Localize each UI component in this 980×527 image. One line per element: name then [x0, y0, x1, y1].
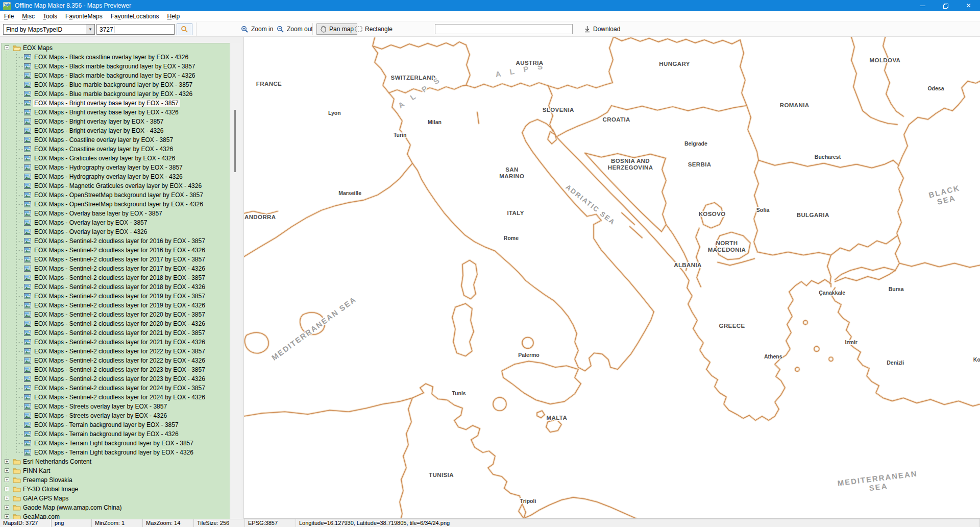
tree-item[interactable]: EOX Maps - Sentinel-2 cloudless layer fo… [2, 338, 230, 347]
tree-item[interactable]: EOX Maps - Blue marble background layer … [2, 80, 230, 89]
map-layer-icon [24, 109, 31, 115]
tree-item-label: EOX Maps - Bright overlay layer by EOX -… [33, 127, 164, 134]
tree-item[interactable]: EOX Maps - Sentinel-2 cloudless layer fo… [2, 264, 230, 273]
menu-item-tools[interactable]: Tools [39, 12, 61, 21]
tree-item[interactable]: EOX Maps - Streets overlay layer by EOX … [2, 411, 230, 420]
tree-connector [16, 149, 23, 150]
tree-item[interactable]: EOX Maps - Terrain Light background laye… [2, 448, 230, 457]
tree-folder[interactable]: + Gaode Map (www.amap.com China) [2, 503, 230, 512]
map-label-marseille: Marseille [338, 190, 361, 196]
tree-item[interactable]: EOX Maps - Overlay layer by EOX - 4326 [2, 227, 230, 236]
tree-item[interactable]: EOX Maps - Sentinel-2 cloudless layer fo… [2, 292, 230, 301]
folder-icon [13, 486, 21, 492]
tree-folder[interactable]: + GeaMap.com [2, 512, 230, 519]
tree-item[interactable]: EOX Maps - Sentinel-2 cloudless layer fo… [2, 310, 230, 319]
map-layer-icon [24, 201, 31, 207]
menu-item-help[interactable]: Help [163, 12, 184, 21]
tree-item[interactable]: EOX Maps - Sentinel-2 cloudless layer fo… [2, 347, 230, 356]
map-layer-icon [24, 266, 31, 272]
toolbar-separator [312, 23, 313, 35]
tree-item-label: EOX Maps - Sentinel-2 cloudless layer fo… [33, 283, 206, 291]
map-label-tripoli: Tripoli [520, 498, 536, 504]
tree-item[interactable]: EOX Maps - Sentinel-2 cloudless layer fo… [2, 393, 230, 402]
minimize-button[interactable] [911, 0, 934, 11]
pan-map-button[interactable]: Pan map [316, 23, 357, 35]
tree-item[interactable]: EOX Maps - Sentinel-2 cloudless layer fo… [2, 365, 230, 374]
menu-item-file[interactable]: File [0, 12, 18, 21]
menu-item-favoritelocations[interactable]: FavoriteLocations [107, 12, 163, 21]
tree-folder[interactable]: + Freemap Slovakia [2, 475, 230, 485]
tree-item[interactable]: EOX Maps - Black marble background layer… [2, 71, 230, 80]
tree-root[interactable]: − EOX Maps [2, 43, 230, 53]
scrollbar-thumb[interactable] [234, 110, 236, 172]
tree-connector [16, 342, 23, 343]
map-label-hungary: HUNGARY [659, 60, 690, 67]
tree-folder[interactable]: + Esri Netherlands Content [2, 457, 230, 466]
tree-item[interactable]: EOX Maps - Magnetic Graticules overlay l… [2, 181, 230, 190]
tree-connector [16, 278, 23, 278]
tree-item[interactable]: EOX Maps - Sentinel-2 cloudless layer fo… [2, 273, 230, 282]
zoom-out-button[interactable]: Zoom out [274, 23, 316, 35]
tree-item[interactable]: EOX Maps - Coastline overlay layer by EO… [2, 145, 230, 154]
tree-item[interactable]: EOX Maps - Streets overlay layer by EOX … [2, 402, 230, 411]
tree-folder[interactable]: + GAIA GPS Maps [2, 494, 230, 503]
tree-item[interactable]: EOX Maps - Sentinel-2 cloudless layer fo… [2, 301, 230, 310]
tree-item[interactable]: EOX Maps - Sentinel-2 cloudless layer fo… [2, 356, 230, 365]
map-canvas[interactable]: FRANCESWITZERLANDA L P SA L P SAUSTRIAHU… [243, 37, 980, 519]
menu-item-misc[interactable]: Misc [18, 12, 39, 21]
dropdown-arrow-icon[interactable]: ▼ [86, 25, 94, 34]
tree-item[interactable]: EOX Maps - Sentinel-2 cloudless layer fo… [2, 246, 230, 255]
tree-item[interactable]: EOX Maps - Overlay base layer by EOX - 3… [2, 209, 230, 218]
tree-item[interactable]: EOX Maps - Graticules overlay layer by E… [2, 154, 230, 163]
tree-item[interactable]: EOX Maps - Sentinel-2 cloudless layer fo… [2, 374, 230, 384]
tree-item[interactable]: EOX Maps - Bright overlay layer by EOX -… [2, 117, 230, 126]
pan-map-label: Pan map [329, 26, 354, 33]
search-button[interactable] [177, 23, 192, 35]
tree-item[interactable]: EOX Maps - Sentinel-2 cloudless layer fo… [2, 282, 230, 292]
tree-item[interactable]: EOX Maps - Hydrography overlay layer by … [2, 172, 230, 181]
tree-item[interactable]: EOX Maps - Sentinel-2 cloudless layer fo… [2, 255, 230, 264]
tree-item[interactable]: EOX Maps - Terrain Light background laye… [2, 439, 230, 448]
map-label-croatia: CROATIA [602, 116, 630, 123]
tree-item[interactable]: EOX Maps - Bright overlay layer by EOX -… [2, 126, 230, 135]
tree-item[interactable]: EOX Maps - Terrain background layer by E… [2, 429, 230, 439]
tree-folder[interactable]: + FINN Kart [2, 466, 230, 475]
tree-folder[interactable]: + FY-3D Global Image [2, 485, 230, 494]
tree-item[interactable]: EOX Maps - Sentinel-2 cloudless layer fo… [2, 319, 230, 328]
tree-item-label: EOX Maps - Sentinel-2 cloudless layer fo… [33, 256, 206, 263]
tree-connector [16, 103, 23, 104]
download-range-field[interactable] [435, 24, 573, 34]
tree-item[interactable]: EOX Maps - Terrain background layer by E… [2, 420, 230, 429]
find-mode-dropdown[interactable]: Find by MapsTypeID ▼ [3, 24, 95, 35]
zoom-in-button[interactable]: Zoom in [238, 23, 276, 35]
tree-item[interactable]: EOX Maps - Coastline overlay layer by EO… [2, 135, 230, 145]
map-label-italy: ITALY [507, 210, 524, 217]
tree-connector [16, 112, 23, 113]
close-button[interactable]: ✕ [957, 0, 980, 11]
tree-item-label: EOX Maps - Blue marble background layer … [33, 81, 193, 88]
maps-tree[interactable]: − EOX Maps EOX Maps - Black coastline ov… [1, 43, 230, 519]
restore-button[interactable] [934, 0, 957, 11]
tree-item[interactable]: EOX Maps - Bright overlay base layer by … [2, 108, 230, 117]
tree-item[interactable]: EOX Maps - Sentinel-2 cloudless layer fo… [2, 384, 230, 393]
tree-item[interactable]: EOX Maps - Black marble background layer… [2, 62, 230, 71]
tree-connector [16, 315, 23, 315]
tree-item[interactable]: EOX Maps - Overlay layer by EOX - 3857 [2, 218, 230, 227]
tree-item[interactable]: EOX Maps - Sentinel-2 cloudless layer fo… [2, 236, 230, 246]
search-input[interactable]: 3727 [96, 24, 175, 35]
rectangle-button[interactable]: Rectangle [352, 23, 396, 35]
map-layer-icon [24, 155, 31, 161]
tree-item[interactable]: EOX Maps - Sentinel-2 cloudless layer fo… [2, 328, 230, 338]
tree-item[interactable]: EOX Maps - Blue marble background layer … [2, 89, 230, 99]
tree-item[interactable]: EOX Maps - Bright overlay base layer by … [2, 99, 230, 108]
download-button[interactable]: Download [581, 23, 623, 35]
menu-item-favoritemaps[interactable]: FavoriteMaps [61, 12, 107, 21]
tree-item[interactable]: EOX Maps - OpenStreetMap background laye… [2, 190, 230, 200]
tree-vertical-scrollbar[interactable] [231, 43, 241, 519]
tree-item[interactable]: EOX Maps - Hydrography overlay layer by … [2, 163, 230, 172]
map-layer-icon [24, 339, 31, 345]
tree-item[interactable]: EOX Maps - Black coastline overlay layer… [2, 53, 230, 62]
tree-item[interactable]: EOX Maps - OpenStreetMap background laye… [2, 200, 230, 209]
status-cell: MapsID: 3727 [0, 519, 52, 527]
map-label-austria: AUSTRIA [516, 59, 544, 66]
